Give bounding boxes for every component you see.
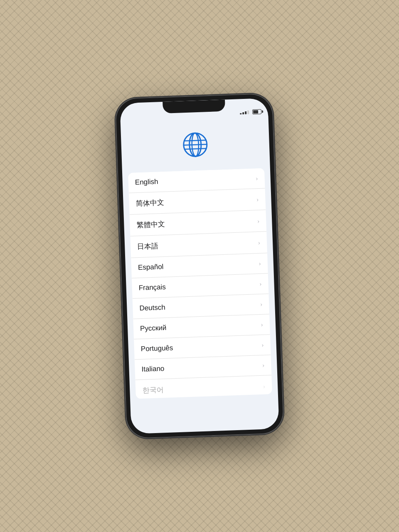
battery-icon xyxy=(252,109,261,115)
language-name-spanish: Español xyxy=(138,263,164,272)
chevron-icon-german: › xyxy=(260,300,263,308)
signal-bar-2 xyxy=(242,112,244,114)
phone-wrapper: English › 简体中文 › 繁體中文 › 日本語 xyxy=(115,93,284,439)
language-name-russian: Русский xyxy=(140,324,167,333)
chevron-icon-korean: › xyxy=(263,382,266,390)
phone-device: English › 简体中文 › 繁體中文 › 日本語 xyxy=(115,93,284,439)
chevron-icon-simplified-chinese: › xyxy=(256,195,259,203)
chevron-icon-french: › xyxy=(259,280,262,288)
signal-bar-3 xyxy=(245,111,246,114)
language-name-japanese: 日本語 xyxy=(137,241,159,251)
chevron-icon-spanish: › xyxy=(259,260,261,267)
chevron-icon-italian: › xyxy=(262,362,265,369)
chevron-icon-japanese: › xyxy=(258,239,260,246)
language-name-german: Deutsch xyxy=(139,303,165,313)
language-name-portuguese: Português xyxy=(141,344,173,353)
language-name-italian: Italiano xyxy=(141,365,164,374)
language-name-french: Français xyxy=(138,283,166,292)
language-list: English › 简体中文 › 繁體中文 › 日本語 xyxy=(128,168,272,399)
language-name-english: English xyxy=(135,177,158,187)
chevron-icon-traditional-chinese: › xyxy=(257,217,260,224)
phone-screen: English › 简体中文 › 繁體中文 › 日本語 xyxy=(120,98,279,434)
language-name-simplified-chinese: 简体中文 xyxy=(135,198,164,208)
status-icons xyxy=(240,109,261,115)
language-list-container: English › 简体中文 › 繁體中文 › 日本語 xyxy=(122,168,279,426)
globe-icon-container xyxy=(182,131,209,158)
globe-icon xyxy=(182,131,209,158)
svg-line-5 xyxy=(185,148,206,149)
signal-bar-4 xyxy=(247,110,249,114)
svg-line-3 xyxy=(184,140,206,141)
chevron-icon-portuguese: › xyxy=(261,341,264,349)
svg-line-4 xyxy=(184,144,207,145)
language-name-traditional-chinese: 繁體中文 xyxy=(136,219,165,230)
signal-bars-icon xyxy=(240,110,249,114)
language-name-korean: 한국어 xyxy=(142,385,164,395)
chevron-icon-english: › xyxy=(256,175,258,182)
signal-bar-1 xyxy=(240,113,241,114)
battery-fill xyxy=(253,110,258,113)
screen-content: English › 简体中文 › 繁體中文 › 日本語 xyxy=(121,116,279,434)
notch xyxy=(163,100,225,113)
chevron-icon-russian: › xyxy=(261,321,263,328)
